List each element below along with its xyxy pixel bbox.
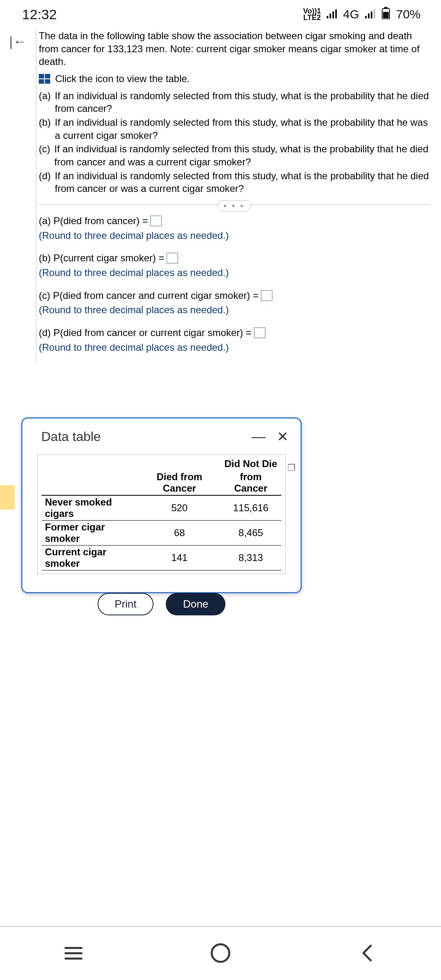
copy-icon[interactable]: ❐: [287, 463, 296, 473]
view-table-text: Click the icon to view the table.: [55, 72, 190, 85]
ans-d-input[interactable]: [254, 327, 265, 338]
ans-c-hint: (Round to three decimal places as needed…: [39, 303, 430, 316]
q-b-text: If an individual is randomly selected fr…: [55, 116, 430, 142]
svg-rect-3: [335, 9, 337, 18]
ans-a-text: (a) P(died from cancer) =: [39, 214, 148, 227]
side-tab[interactable]: [0, 485, 15, 510]
status-right: Vo))1 LTE2 4G 70%: [303, 7, 421, 22]
status-bar: 12:32 Vo))1 LTE2 4G 70%: [0, 0, 441, 29]
back-button[interactable]: [356, 942, 379, 964]
data-table-container: Did Not Die Died from Cancer from Cancer…: [37, 454, 286, 574]
q-b-label: (b): [39, 116, 51, 142]
svg-rect-10: [383, 12, 389, 18]
table-row: Never smoked cigars 520 115,616: [42, 495, 281, 521]
status-time: 12:32: [22, 7, 57, 22]
modal-title: Data table: [41, 429, 101, 444]
ans-a-hint: (Round to three decimal places as needed…: [39, 229, 430, 242]
ellipsis-pill[interactable]: • • •: [217, 200, 251, 212]
svg-rect-7: [374, 9, 375, 18]
section-divider: • • •: [39, 204, 430, 205]
table-row: Former cigar smoker 68 8,465: [42, 521, 281, 546]
svg-rect-6: [371, 11, 372, 18]
signal-icon: [327, 7, 337, 21]
ans-b-input[interactable]: [167, 253, 178, 263]
recent-apps-button[interactable]: [62, 942, 85, 964]
ans-c-text: (c) P(died from cancer and current cigar…: [39, 289, 258, 302]
done-button[interactable]: Done: [166, 593, 225, 615]
ans-b-text: (b) P(current cigar smoker) =: [39, 252, 164, 265]
collapse-icon[interactable]: |←: [9, 33, 27, 49]
q-a-label: (a): [39, 89, 51, 115]
col2-line1: Did Not Die: [220, 457, 281, 470]
left-rail: |←: [0, 29, 36, 363]
col0-header: [42, 470, 139, 495]
data-table: Did Not Die Died from Cancer from Cancer…: [42, 457, 281, 570]
question-intro: The data in the following table show the…: [39, 29, 430, 68]
battery-icon: [381, 7, 390, 22]
ans-d-hint: (Round to three decimal places as needed…: [39, 341, 430, 354]
table-icon: [39, 74, 50, 84]
q-c-text: If an individual is randomly selected fr…: [54, 143, 430, 168]
col2-line2: from Cancer: [220, 470, 281, 495]
signal2-icon: [365, 7, 376, 21]
svg-rect-1: [330, 13, 331, 18]
q-c-label: (c): [39, 143, 50, 168]
battery-pct: 70%: [396, 7, 421, 21]
ans-b-hint: (Round to three decimal places as needed…: [39, 266, 430, 279]
data-table-modal: Data table — ✕ Did Not Die Died from Can…: [21, 417, 302, 593]
ans-c-input[interactable]: [261, 290, 272, 301]
svg-rect-4: [365, 16, 367, 18]
volte-indicator: Vo))1 LTE2: [303, 8, 321, 21]
svg-rect-0: [327, 16, 328, 18]
minimize-icon[interactable]: —: [252, 428, 265, 445]
ans-a-input[interactable]: [150, 216, 162, 226]
table-row: Current cigar smoker 141 8,313: [42, 546, 281, 570]
network-label: 4G: [343, 7, 359, 21]
q-a-text: If an individual is randomly selected fr…: [55, 89, 430, 115]
col1-header: Died from Cancer: [139, 470, 220, 495]
view-table-link[interactable]: Click the icon to view the table.: [39, 72, 430, 85]
q-d-label: (d): [39, 169, 51, 195]
close-icon[interactable]: ✕: [277, 428, 288, 445]
ans-d-text: (d) P(died from cancer or current cigar …: [39, 326, 252, 339]
svg-rect-2: [332, 11, 334, 18]
q-d-text: If an individual is randomly selected fr…: [55, 169, 430, 195]
system-nav-bar: [0, 926, 441, 980]
svg-rect-5: [368, 13, 370, 18]
print-button[interactable]: Print: [98, 593, 154, 615]
home-button[interactable]: [209, 942, 232, 964]
